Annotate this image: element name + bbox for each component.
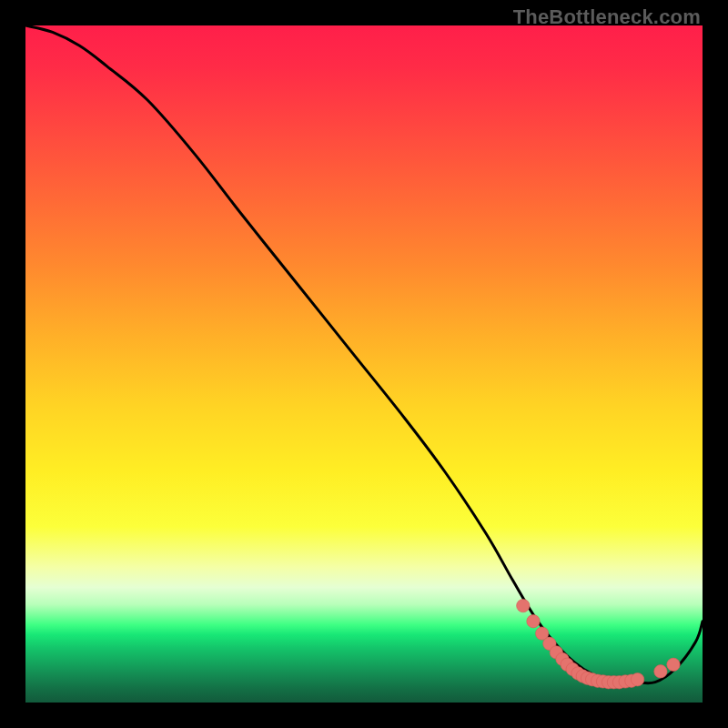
plot-area [25, 25, 703, 703]
chart-stage: TheBottleneck.com [0, 0, 728, 728]
curve-marker [527, 615, 540, 628]
curve-layer [25, 25, 703, 703]
curve-marker [654, 665, 667, 678]
curve-marker [667, 658, 680, 671]
bottleneck-curve [25, 25, 703, 683]
curve-marker [517, 599, 530, 612]
curve-marker [631, 673, 643, 686]
